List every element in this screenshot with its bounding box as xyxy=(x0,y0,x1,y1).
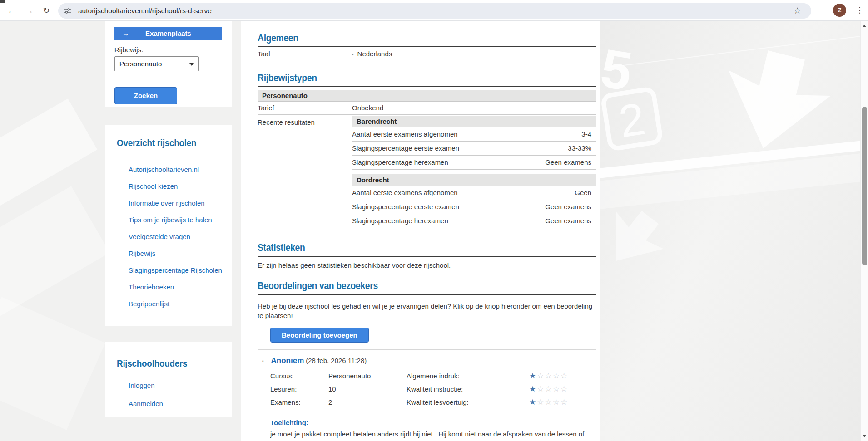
background-photo-right: 5 2 xyxy=(600,21,860,441)
taal-row: Taal ▪Nederlands xyxy=(258,47,596,61)
sidebar-link-theorieboeken[interactable]: Theorieboeken xyxy=(129,283,222,300)
result-label: Slagingspercentage eerste examen xyxy=(352,144,459,152)
reload-icon[interactable]: ↻ xyxy=(40,4,53,17)
detail-label: Cursus: xyxy=(270,372,328,380)
star-filled-icon: ★ xyxy=(529,372,537,380)
sidebar-link-rijschool-kiezen[interactable]: Rijschool kiezen xyxy=(129,182,222,199)
background-sign-panel: 2 xyxy=(600,86,664,152)
scroll-up-icon[interactable] xyxy=(863,24,866,27)
sidebar-link-slagingspercentage[interactable]: Slagingspercentage Rijscholen xyxy=(129,266,222,283)
toelichting-text: je moet je pakket compleet betalen ander… xyxy=(258,429,596,441)
back-icon[interactable]: ← xyxy=(5,4,18,17)
result-value: Geen examens xyxy=(545,203,591,211)
browser-menu-icon[interactable]: ⋮ xyxy=(856,5,863,16)
rating-stars: ★☆☆☆☆ xyxy=(529,384,568,394)
square-bullet-icon: ▪ xyxy=(352,52,354,57)
rating-label: Kwaliteit lesvoertuig: xyxy=(407,398,529,406)
review-header: ▪Anoniem(28 feb. 2026 11:28) xyxy=(258,356,596,365)
sidebar-link-aanmelden[interactable]: Aanmelden xyxy=(129,400,163,418)
bookmark-star-icon[interactable]: ☆ xyxy=(794,5,801,16)
section-title-beoordelingen: Beoordelingen van bezoekers xyxy=(258,280,596,292)
taal-value: Nederlands xyxy=(357,50,392,58)
rijbewijs-select[interactable]: Personenauto xyxy=(114,56,199,71)
result-label: Slagingspercentage eerste examen xyxy=(352,203,459,211)
profile-avatar[interactable]: Z xyxy=(833,4,846,17)
result-value: 3-4 xyxy=(581,130,591,138)
result-label: Aantal eerste examens afgenomen xyxy=(352,130,458,138)
sidebar-overview-card: Overzicht rijscholen Autorijschooltariev… xyxy=(105,125,232,326)
page-scrollbar[interactable] xyxy=(860,21,868,441)
detail-value: Personenauto xyxy=(328,372,407,380)
location-header: Dordrecht xyxy=(352,174,596,186)
detail-value: 2 xyxy=(328,398,407,406)
detail-value: 10 xyxy=(328,385,407,393)
review-details: Cursus: Personenauto Algemene indruk: ★☆… xyxy=(258,369,596,409)
review-date: (28 feb. 2026 11:28) xyxy=(306,357,367,364)
scrollbar-thumb[interactable] xyxy=(862,107,867,265)
result-row: Slagingspercentage eerste examen Geen ex… xyxy=(352,200,596,214)
overview-title: Overzicht rijscholen xyxy=(117,137,196,148)
examenplaats-button[interactable]: → Examenplaats xyxy=(114,27,222,40)
chevron-down-icon xyxy=(189,63,194,66)
section-title-rijbewijstypen: Rijbewijstypen xyxy=(258,72,596,84)
sidebar-search-card: → Examenplaats Rijbewijs: Personenauto Z… xyxy=(105,21,232,107)
taal-label: Taal xyxy=(258,50,352,58)
section-title-algemeen: Algemeen xyxy=(258,32,596,44)
url-text[interactable]: autorijschooltarieven.nl/rijschool/rs-d-… xyxy=(78,7,212,15)
scroll-down-icon[interactable] xyxy=(863,435,866,437)
forward-icon[interactable]: → xyxy=(23,4,35,17)
window-corner xyxy=(0,0,5,3)
rating-stars: ★☆☆☆☆ xyxy=(529,371,568,381)
result-label: Aantal eerste examens afgenomen xyxy=(352,189,458,196)
review-author: Anoniem xyxy=(271,356,304,365)
result-row: Aantal eerste examens afgenomen Geen xyxy=(352,186,596,200)
star-empty-icon: ☆☆☆☆ xyxy=(537,398,568,407)
rijbewijs-label: Rijbewijs: xyxy=(114,46,143,54)
result-value: 33-33% xyxy=(568,144,591,152)
star-filled-icon: ★ xyxy=(529,398,537,407)
arrow-right-icon: → xyxy=(122,27,129,40)
address-bar[interactable]: autorijschooltarieven.nl/rijschool/rs-d-… xyxy=(58,3,811,19)
sidebar-link-veelgestelde-vragen[interactable]: Veelgestelde vragen xyxy=(129,233,222,250)
zoeken-button[interactable]: Zoeken xyxy=(114,87,177,104)
sidebar-link-inloggen[interactable]: Inloggen xyxy=(129,382,163,400)
beoordelingen-intro: Heb je bij deze rijschool les gehad en w… xyxy=(258,301,596,320)
sidebar-link-informatie[interactable]: Informatie over rijscholen xyxy=(129,199,222,216)
site-settings-icon[interactable] xyxy=(64,7,71,16)
rijbewijs-selected-value: Personenauto xyxy=(119,60,162,68)
result-value: Geen xyxy=(575,189,591,196)
tarief-row: Tarief Onbekend xyxy=(258,102,596,115)
rating-stars: ★☆☆☆☆ xyxy=(529,397,568,407)
sidebar-link-autorijschooltarieven[interactable]: Autorijschooltarieven.nl xyxy=(129,166,222,182)
section-title-statistieken: Statistieken xyxy=(258,242,596,254)
tarief-value: Onbekend xyxy=(352,104,383,112)
sidebar-link-begrippenlijst[interactable]: Begrippenlijst xyxy=(129,300,222,317)
result-value: Geen examens xyxy=(545,158,591,166)
star-filled-icon: ★ xyxy=(529,385,537,393)
result-value: Geen examens xyxy=(545,217,591,225)
result-label: Slagingspercentage herexamen xyxy=(352,217,448,225)
result-label: Slagingspercentage herexamen xyxy=(352,158,448,166)
page-background: 5 2 → Examenplaats Rijbewijs: Personenau… xyxy=(0,21,860,441)
sidebar-link-tips[interactable]: Tips om je rijbewijs te halen xyxy=(129,216,222,233)
beoordeling-toevoegen-button[interactable]: Beoordeling toevoegen xyxy=(270,328,369,343)
result-row: Aantal eerste examens afgenomen 3-4 xyxy=(352,127,596,142)
toelichting-label: Toelichting: xyxy=(258,419,596,426)
star-empty-icon: ☆☆☆☆ xyxy=(537,385,568,393)
detail-label: Examens: xyxy=(270,398,328,406)
star-empty-icon: ☆☆☆☆ xyxy=(537,372,568,380)
detail-label: Lesuren: xyxy=(270,385,328,393)
recente-resultaten-label: Recente resultaten xyxy=(258,115,352,228)
square-bullet-icon: ▪ xyxy=(262,358,264,363)
result-row: Slagingspercentage herexamen Geen examen… xyxy=(352,214,596,228)
owners-title: Rijschoolhouders xyxy=(117,358,187,369)
result-row: Slagingspercentage herexamen Geen examen… xyxy=(352,156,596,170)
main-panel: Algemeen Taal ▪Nederlands Rijbewijstypen… xyxy=(241,21,600,441)
sidebar-link-rijbewijs[interactable]: Rijbewijs xyxy=(129,250,222,266)
tarief-label: Tarief xyxy=(258,104,352,112)
location-header: Barendrecht xyxy=(352,116,596,127)
sidebar-owners-card: Rijschoolhouders Inloggen Aanmelden xyxy=(105,342,232,417)
rating-label: Algemene indruk: xyxy=(407,372,529,380)
examenplaats-label: Examenplaats xyxy=(145,29,191,37)
category-header: Personenauto xyxy=(258,90,596,102)
